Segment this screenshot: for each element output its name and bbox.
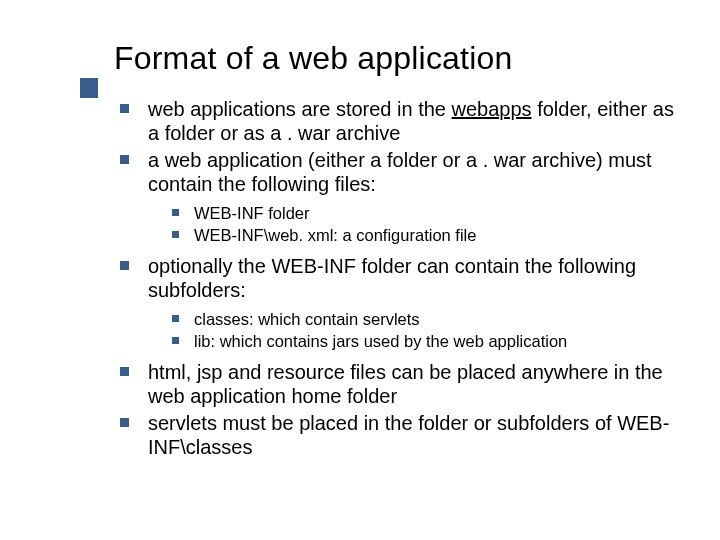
underlined-text: webapps	[452, 98, 532, 120]
sub-bullet-item: classes: which contain servlets	[172, 309, 690, 330]
bullet-list-level1: web applications are stored in the webap…	[120, 97, 690, 459]
bullet-item: optionally the WEB-INF folder can contai…	[120, 254, 690, 352]
bullet-text: a web application (either a folder or a …	[148, 149, 652, 195]
bullet-item: html, jsp and resource files can be plac…	[120, 360, 690, 409]
bullet-item: a web application (either a folder or a …	[120, 148, 690, 246]
bullet-text: WEB-INF folder	[194, 204, 310, 222]
sub-bullet-item: lib: which contains jars used by the web…	[172, 331, 690, 352]
bullet-item: servlets must be placed in the folder or…	[120, 411, 690, 460]
sub-bullet-item: WEB-INF folder	[172, 203, 690, 224]
bullet-text: servlets must be placed in the folder or…	[148, 412, 669, 458]
slide-content: web applications are stored in the webap…	[120, 97, 690, 459]
slide-title: Format of a web application	[114, 40, 700, 77]
bullet-list-level2: classes: which contain servlets lib: whi…	[172, 309, 690, 352]
sub-bullet-item: WEB-INF\web. xml: a configuration file	[172, 225, 690, 246]
bullet-text: web applications are stored in the	[148, 98, 452, 120]
bullet-text: optionally the WEB-INF folder can contai…	[148, 255, 636, 301]
bullet-text: classes: which contain servlets	[194, 310, 420, 328]
accent-bar	[80, 78, 98, 98]
bullet-text: lib: which contains jars used by the web…	[194, 332, 567, 350]
title-area: Format of a web application	[20, 40, 700, 77]
bullet-item: web applications are stored in the webap…	[120, 97, 690, 146]
bullet-text: html, jsp and resource files can be plac…	[148, 361, 663, 407]
bullet-text: WEB-INF\web. xml: a configuration file	[194, 226, 476, 244]
bullet-list-level2: WEB-INF folder WEB-INF\web. xml: a confi…	[172, 203, 690, 246]
